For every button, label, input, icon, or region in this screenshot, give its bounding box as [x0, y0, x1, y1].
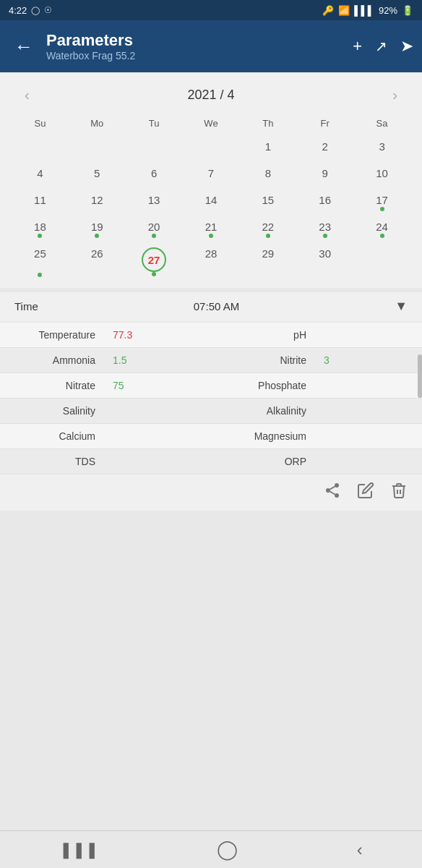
calendar-day-26[interactable]: 26: [69, 242, 126, 279]
day-header-tu: Tu: [126, 115, 183, 132]
calendar-section: ‹ 2021 / 4 › Su Mo Tu We Th Fr Sa 1 2 3 …: [0, 72, 422, 288]
param-name-tds: TDS: [0, 449, 106, 475]
param-row-temperature: Temperature 77.3 pH: [0, 323, 422, 348]
scroll-indicator: [418, 354, 422, 398]
calendar-day-28[interactable]: 28: [183, 242, 240, 279]
calendar-day-12[interactable]: 12: [69, 188, 126, 213]
param-row-calcium: Calcium Magnesium: [0, 424, 422, 449]
param-value-orp: [316, 449, 422, 475]
page-title: Parameters: [46, 31, 345, 50]
ring-icon: ◯: [31, 6, 40, 15]
calendar-day-19[interactable]: 19: [69, 215, 126, 240]
day-header-th: Th: [239, 115, 296, 132]
tank-name: Waterbox Frag 55.2: [46, 50, 345, 61]
param-name-nitrite: Nitrite: [211, 348, 316, 373]
calendar-day-13[interactable]: 13: [126, 188, 183, 213]
param-value-tds: [106, 449, 211, 475]
param-name-nitrate: Nitrate: [0, 373, 106, 399]
time-display: 4:22: [9, 5, 27, 16]
next-month-button[interactable]: ›: [387, 84, 403, 106]
day-header-mo: Mo: [69, 115, 126, 132]
calendar-day-3[interactable]: 3: [353, 135, 410, 160]
calendar-day-21[interactable]: 21: [183, 215, 240, 240]
prev-month-button[interactable]: ‹: [19, 84, 35, 106]
calendar-day-4[interactable]: 4: [12, 161, 69, 187]
back-button[interactable]: ←: [9, 33, 39, 61]
calendar-day-5[interactable]: 5: [69, 161, 126, 187]
calendar-day-headers: Su Mo Tu We Th Fr Sa: [12, 115, 410, 132]
param-row-nitrate: Nitrate 75 Phosphate: [0, 373, 422, 399]
param-name-calcium: Calcium: [0, 424, 106, 449]
param-name-temperature: Temperature: [0, 323, 106, 348]
calendar-day-17[interactable]: 17: [353, 188, 410, 213]
calendar-day-25[interactable]: 25: [12, 242, 69, 279]
calendar-day-16[interactable]: 16: [296, 188, 353, 213]
calendar-day-14[interactable]: 14: [183, 188, 240, 213]
param-value-nitrite: 3: [316, 348, 422, 373]
day-header-su: Su: [12, 115, 69, 132]
add-button[interactable]: +: [353, 37, 362, 56]
calendar-day-empty: [126, 135, 183, 160]
calendar-day-empty: [183, 135, 240, 160]
share-button[interactable]: [324, 482, 341, 503]
time-value: 07:50 AM: [194, 300, 239, 312]
calendar-day-6[interactable]: 6: [126, 161, 183, 187]
calendar-day-empty: [69, 135, 126, 160]
calendar-day-1[interactable]: 1: [239, 135, 296, 160]
edit-button[interactable]: [357, 482, 374, 503]
svg-line-3: [330, 492, 335, 495]
key-icon: 🔑: [322, 5, 334, 16]
home-button[interactable]: ◯: [217, 838, 238, 861]
menu-button[interactable]: ❚❚❚: [59, 841, 98, 859]
calendar-day-24[interactable]: 24: [353, 215, 410, 240]
calendar-week-2: 4 5 6 7 8 9 10: [12, 161, 410, 187]
nav-back-button[interactable]: ‹: [357, 840, 363, 860]
param-name-salinity: Salinity: [0, 399, 106, 424]
param-name-orp: ORP: [211, 449, 316, 475]
calendar-grid: Su Mo Tu We Th Fr Sa 1 2 3 4 5 6 7 8 9 1…: [12, 115, 410, 279]
calendar-day-15[interactable]: 15: [239, 188, 296, 213]
calendar-day-20[interactable]: 20: [126, 215, 183, 240]
trend-button[interactable]: ↗: [375, 38, 387, 55]
param-value-alkalinity: [316, 399, 422, 424]
calendar-day-9[interactable]: 9: [296, 161, 353, 187]
action-row: [0, 475, 422, 511]
bottom-nav: ❚❚❚ ◯ ‹: [0, 830, 422, 868]
header-title-group: Parameters Waterbox Frag 55.2: [46, 31, 345, 61]
time-dropdown-icon[interactable]: ▼: [395, 299, 408, 314]
calendar-nav: ‹ 2021 / 4 ›: [12, 80, 410, 111]
calendar-day-27[interactable]: 27: [126, 242, 183, 279]
calendar-day-2[interactable]: 2: [296, 135, 353, 160]
signal-bars-icon: ▌▌▌: [354, 5, 374, 16]
param-value-temperature: 77.3: [106, 323, 211, 348]
param-value-salinity: [106, 399, 211, 424]
param-name-phosphate: Phosphate: [211, 373, 316, 399]
svg-point-0: [335, 483, 339, 488]
calendar-week-5: 25 26 27 28 29 30: [12, 242, 410, 279]
calendar-day-10[interactable]: 10: [353, 161, 410, 187]
svg-point-1: [326, 488, 330, 493]
day-header-sa: Sa: [353, 115, 410, 132]
calendar-day-11[interactable]: 11: [12, 188, 69, 213]
calendar-day-29[interactable]: 29: [239, 242, 296, 279]
param-name-ammonia: Ammonia: [0, 348, 106, 373]
calendar-month-title: 2021 / 4: [187, 88, 234, 103]
calendar-day-23[interactable]: 23: [296, 215, 353, 240]
calendar-day-18[interactable]: 18: [12, 215, 69, 240]
calendar-week-4: 18 19 20 21 22 23 24: [12, 215, 410, 240]
parameters-table: Temperature 77.3 pH Ammonia 1.5 Nitrite …: [0, 323, 422, 475]
calendar-day-7[interactable]: 7: [183, 161, 240, 187]
calendar-day-22[interactable]: 22: [239, 215, 296, 240]
battery-icon: 🔋: [402, 5, 413, 16]
calendar-day-8[interactable]: 8: [239, 161, 296, 187]
delete-button[interactable]: [390, 482, 408, 503]
time-selector[interactable]: Time 07:50 AM ▼: [0, 291, 422, 321]
param-name-alkalinity: Alkalinity: [211, 399, 316, 424]
send-button[interactable]: ➤: [400, 37, 413, 56]
param-name-magnesium: Magnesium: [211, 424, 316, 449]
param-value-phosphate: [316, 373, 422, 399]
calendar-day-empty: [353, 242, 410, 279]
wifi-icon: ☉: [44, 5, 52, 15]
param-value-ammonia: 1.5: [106, 348, 211, 373]
calendar-day-30[interactable]: 30: [296, 242, 353, 279]
